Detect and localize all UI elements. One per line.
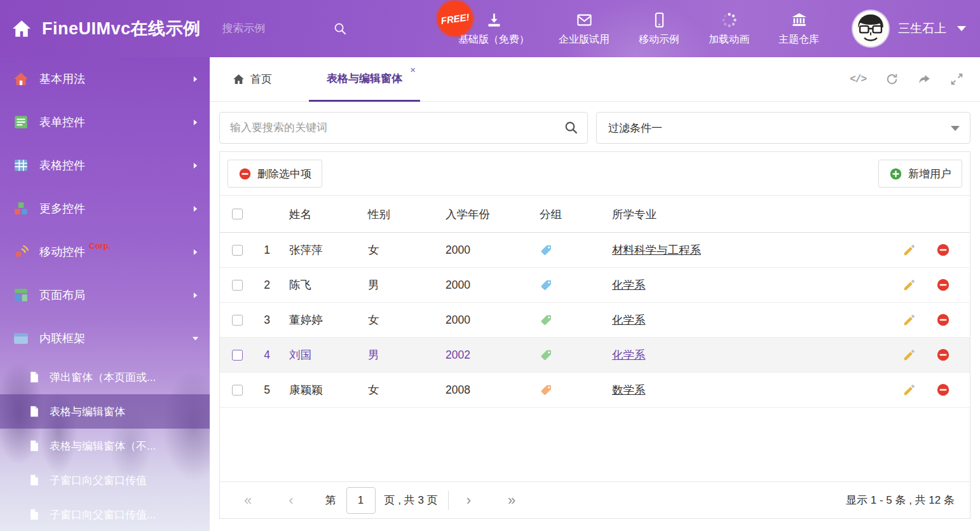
source-code-icon[interactable]: </> [850, 74, 866, 85]
sidebar: 基本用法 表单控件 表格控件 更多控件 移动控件 Corp. 页面布局 [0, 57, 210, 531]
major-link[interactable]: 数学系 [612, 383, 646, 396]
sidebar-item-label: 表格控件 [39, 158, 85, 173]
delete-selected-label: 删除选中项 [257, 167, 311, 181]
chevron-right-icon [191, 75, 200, 83]
cell-name: 董婷婷 [280, 312, 365, 328]
sidebar-item-grid-controls[interactable]: 表格控件 [0, 144, 210, 187]
sidebar-subitem-label: 子窗口向父窗口传值 [50, 473, 147, 488]
sidebar-subitem-child-to-parent-alt[interactable]: 子窗口向父窗口传值... [0, 497, 210, 531]
table-row[interactable]: 5 康颖颖 女 2008 数学系 [220, 373, 970, 408]
row-checkbox[interactable] [232, 350, 243, 361]
last-page-button[interactable]: » [508, 493, 515, 507]
header-search-input[interactable] [221, 22, 303, 36]
row-checkbox[interactable] [232, 385, 243, 396]
next-page-button[interactable]: › [466, 493, 471, 507]
edit-pencil-icon[interactable] [902, 348, 916, 362]
delete-selected-button[interactable]: 删除选中项 [228, 160, 322, 188]
app-header: FineUIMvc在线示例 FREE! 基础版（免费） 企业版试用 移动示例 加… [0, 0, 980, 57]
tag-icon [540, 348, 553, 362]
nav-item-mobile-demo[interactable]: 移动示例 [624, 11, 694, 46]
delete-row-icon[interactable] [936, 313, 950, 327]
chevron-right-icon [191, 118, 200, 127]
table-row[interactable]: 2 陈飞 男 2000 化学系 [220, 268, 970, 303]
filter-dropdown-value: 过滤条件一 [608, 121, 662, 135]
home-icon [233, 73, 245, 85]
col-header-name[interactable]: 姓名 [280, 207, 365, 222]
app-logo[interactable]: FineUIMvc在线示例 [0, 17, 201, 40]
plus-circle-icon [889, 167, 902, 181]
chevron-down-icon [957, 26, 966, 31]
cell-year: 2008 [442, 383, 537, 397]
major-link[interactable]: 化学系 [612, 279, 646, 291]
nav-label: 企业版试用 [559, 33, 609, 46]
delete-row-icon[interactable] [936, 383, 950, 397]
nav-item-loading-animation[interactable]: 加载动画 [694, 11, 764, 46]
tab-home[interactable]: 首页 [233, 57, 272, 101]
add-user-label: 新增用户 [908, 167, 951, 181]
row-checkbox[interactable] [232, 280, 243, 291]
frame-icon [13, 330, 29, 347]
sidebar-item-form-controls[interactable]: 表单控件 [0, 100, 210, 144]
col-header-year[interactable]: 入学年份 [442, 207, 537, 222]
main-content: 首页 表格与编辑窗体 × </> 过滤条件一 [210, 57, 980, 531]
chevron-down-icon [951, 126, 960, 131]
tab-grid-edit-window[interactable]: 表格与编辑窗体 × [309, 57, 420, 102]
keyword-search-input[interactable] [219, 112, 588, 144]
delete-row-icon[interactable] [936, 243, 950, 257]
refresh-icon[interactable] [885, 72, 899, 86]
major-link[interactable]: 材料科学与工程系 [612, 244, 701, 256]
filter-dropdown[interactable]: 过滤条件一 [596, 112, 970, 144]
page-number-input[interactable] [346, 487, 376, 514]
col-header-major[interactable]: 所学专业 [607, 207, 895, 222]
nav-item-theme-store[interactable]: 主题仓库 [764, 11, 834, 46]
cell-year: 2000 [442, 244, 537, 257]
row-checkbox[interactable] [232, 315, 243, 326]
search-icon[interactable] [564, 120, 579, 135]
sidebar-item-iframe[interactable]: 内联框架 [0, 317, 210, 360]
first-page-button[interactable]: « [244, 493, 252, 507]
page-label-prefix: 第 [325, 493, 336, 507]
delete-row-icon[interactable] [936, 278, 950, 292]
edit-pencil-icon[interactable] [902, 313, 916, 327]
major-link[interactable]: 化学系 [612, 348, 646, 361]
edit-pencil-icon[interactable] [902, 243, 916, 257]
sidebar-subitem-popup-window[interactable]: 弹出窗体（本页面或... [0, 360, 210, 394]
sidebar-item-more-controls[interactable]: 更多控件 [0, 187, 210, 230]
edit-pencil-icon[interactable] [902, 383, 916, 397]
envelope-icon [576, 11, 593, 29]
spinner-icon [721, 11, 738, 29]
expand-icon[interactable] [950, 72, 963, 86]
nav-item-enterprise-trial[interactable]: 企业版试用 [544, 11, 624, 46]
sidebar-subitem-grid-edit-window[interactable]: 表格与编辑窗体 [0, 394, 210, 429]
nav-item-basic-free[interactable]: FREE! 基础版（免费） [444, 11, 544, 46]
edit-pencil-icon[interactable] [902, 278, 916, 292]
delete-row-icon[interactable] [936, 348, 950, 362]
select-all-checkbox[interactable] [232, 209, 243, 219]
table-row[interactable]: 4 刘国 男 2002 化学系 [220, 338, 970, 373]
user-menu[interactable]: 三生石上 [853, 11, 980, 46]
cell-gender: 男 [365, 347, 442, 362]
row-index: 1 [254, 244, 280, 257]
sidebar-subitem-grid-edit-window-alt[interactable]: 表格与编辑窗体（不... [0, 429, 210, 463]
sidebar-item-mobile-controls[interactable]: 移动控件 Corp. [0, 230, 210, 273]
form-icon [13, 114, 29, 130]
table-row[interactable]: 3 董婷婷 女 2000 化学系 [220, 303, 970, 338]
table-row[interactable]: 1 张萍萍 女 2000 材料科学与工程系 [220, 233, 970, 268]
nav-label: 移动示例 [639, 33, 679, 46]
sidebar-item-label: 移动控件 [39, 244, 85, 259]
col-header-gender[interactable]: 性别 [365, 207, 442, 222]
close-icon[interactable]: × [410, 65, 416, 74]
sidebar-item-page-layout[interactable]: 页面布局 [0, 273, 210, 317]
sidebar-item-basic-usage[interactable]: 基本用法 [0, 57, 210, 100]
sidebar-subitem-child-to-parent[interactable]: 子窗口向父窗口传值 [0, 463, 210, 497]
signal-icon [13, 244, 29, 260]
search-icon[interactable] [333, 22, 348, 36]
major-link[interactable]: 化学系 [612, 314, 646, 326]
cubes-icon [13, 200, 29, 217]
cell-gender: 女 [365, 242, 442, 258]
row-checkbox[interactable] [232, 245, 243, 256]
add-user-button[interactable]: 新增用户 [878, 160, 962, 188]
col-header-group[interactable]: 分组 [537, 207, 607, 222]
share-icon[interactable] [918, 72, 931, 86]
prev-page-button[interactable]: ‹ [289, 493, 293, 507]
